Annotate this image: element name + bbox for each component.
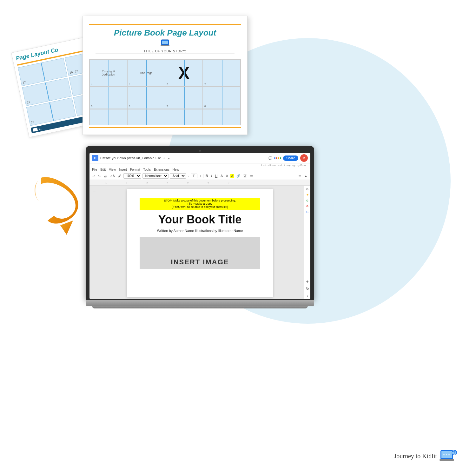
italic-button[interactable]: I xyxy=(210,174,213,178)
text-color-button[interactable]: A xyxy=(225,174,229,178)
menu-tools[interactable]: Tools xyxy=(143,168,151,171)
gdoc-filename: Create your own press kit_Editable File xyxy=(100,156,161,160)
font-size-plus[interactable]: + xyxy=(199,174,202,178)
grid-cell-6: 6 xyxy=(127,87,165,109)
gdoc-titlebar: D Create your own press kit_Editable Fil… xyxy=(89,153,310,163)
bold-button[interactable]: B xyxy=(205,174,209,178)
doc-main-bottom-bar xyxy=(89,127,241,128)
laptop-foot xyxy=(92,306,308,308)
pen-button[interactable]: ✏ xyxy=(298,174,302,178)
cell-2-num: 2 xyxy=(129,82,130,85)
doc-main-title: Picture Book Page Layout xyxy=(89,28,241,38)
cell-6-num: 6 xyxy=(129,105,130,108)
underline-button[interactable]: U xyxy=(214,174,218,178)
svg-point-9 xyxy=(454,452,457,454)
user-avatar[interactable]: B xyxy=(300,154,308,162)
laptop-screen: D Create your own press kit_Editable Fil… xyxy=(89,153,310,299)
grid-cell-4: 4 xyxy=(203,59,241,86)
grid-cell-10 xyxy=(127,109,165,125)
font-size-display: 11 xyxy=(191,174,197,178)
sidebar-icon-4[interactable]: G xyxy=(306,205,308,208)
menu-edit[interactable]: Edit xyxy=(100,168,106,171)
last-edit-info: Last edit was made 4 days ago by Broo... xyxy=(89,163,310,167)
doc-main-top-bar xyxy=(89,24,241,25)
toolbar-divider-1 xyxy=(203,174,203,178)
sidebar-down-icon[interactable]: ↓ xyxy=(307,294,308,298)
star-icon[interactable]: ☆ xyxy=(163,156,166,160)
grid-cell-5: 5 xyxy=(89,87,127,109)
grid-cell-2: Title Page 2 xyxy=(127,59,165,86)
book-subtitle: Written by Author Name Illustrations by … xyxy=(140,229,260,233)
comment-icon[interactable]: 💬 xyxy=(268,156,272,160)
image-placeholder: INSERT IMAGE xyxy=(140,237,260,269)
link-button[interactable]: 🔗 xyxy=(235,174,241,178)
gdoc-page-area: ☰ STOP! Make a copy of this document bef… xyxy=(89,186,310,299)
highlight-button[interactable]: A xyxy=(230,174,235,178)
grid-cell-11 xyxy=(165,109,203,125)
style-select[interactable]: Normal text xyxy=(142,173,169,179)
sidebar-plus-icon[interactable]: + xyxy=(306,279,308,284)
share-button[interactable]: Share xyxy=(283,155,298,161)
laptop-base xyxy=(86,300,314,306)
sidebar-icon-5[interactable]: G xyxy=(306,210,308,214)
grid-cell-1: Copyright/Dedication 1 xyxy=(89,59,127,86)
menu-help[interactable]: Help xyxy=(173,168,179,171)
cell-1-num: 1 xyxy=(91,82,92,85)
font-size-minus[interactable]: - xyxy=(187,174,189,178)
svg-point-12 xyxy=(448,454,450,455)
cell-4-num: 4 xyxy=(204,82,206,85)
menu-view[interactable]: View xyxy=(109,168,116,171)
strikethrough-button[interactable]: A xyxy=(220,174,224,178)
gdoc-document-page: STOP! Make a copy of this document befor… xyxy=(127,189,273,297)
brand-name: Journey to Kidlit xyxy=(394,453,437,460)
sidebar-refresh-icon[interactable]: ↻ xyxy=(306,287,309,291)
brand-logo-icon xyxy=(440,449,457,463)
laptop-bezel: D Create your own press kit_Editable Fil… xyxy=(86,146,314,300)
laptop-camera xyxy=(199,150,201,152)
book-title: Your Book Title xyxy=(140,213,260,226)
insert-image-text: INSERT IMAGE xyxy=(171,258,229,266)
more-button[interactable]: ••• xyxy=(249,174,254,178)
doc-main-subtitle-line xyxy=(96,54,235,54)
gdoc-icons-group: 💬 Share B xyxy=(268,154,308,162)
grid-cell-12 xyxy=(203,109,241,125)
svg-rect-2 xyxy=(161,45,169,46)
warning-line-2: File > Make a Copy xyxy=(142,202,258,205)
chevron-up-button[interactable]: ▲ xyxy=(303,174,308,178)
arrow-decoration xyxy=(32,171,111,241)
laptop: D Create your own press kit_Editable Fil… xyxy=(86,146,314,308)
menu-extensions[interactable]: Extensions xyxy=(154,168,169,171)
image-button[interactable]: 🖼 xyxy=(242,174,248,178)
svg-point-11 xyxy=(446,454,447,455)
warning-line-3: (If not, we'll all be able to edit your … xyxy=(142,205,258,208)
svg-rect-1 xyxy=(162,41,168,44)
font-select[interactable]: Arial xyxy=(170,173,186,179)
sidebar-icon-3[interactable]: G xyxy=(306,199,308,202)
svg-point-10 xyxy=(443,454,445,455)
zoom-select[interactable]: 100% xyxy=(123,173,141,179)
grid-cell-7: 7 xyxy=(165,87,203,109)
ruler: 1234567 xyxy=(89,180,310,186)
gdoc-sidebar-right: G ★ G G G + ↻ ↓ xyxy=(304,186,310,299)
grid-cell-8: 8 xyxy=(203,87,241,109)
doc-main-logo xyxy=(89,39,241,48)
cell-8-num: 8 xyxy=(204,105,206,108)
sidebar-icon-1[interactable]: G xyxy=(306,188,308,191)
cell-3-num: 3 xyxy=(167,82,168,85)
picture-book-layout-document: Picture Book Page Layout Title of Your S… xyxy=(83,16,248,135)
paint-format-button[interactable]: 🖌 xyxy=(117,174,122,178)
svg-marker-3 xyxy=(60,221,73,235)
gdoc-menubar: File Edit View Insert Format Tools Exten… xyxy=(89,167,310,172)
ruler-marks: 1234567 xyxy=(105,181,229,184)
grid-cell-3: X 3 xyxy=(165,59,203,86)
brand-logo: Journey to Kidlit xyxy=(394,449,457,463)
menu-file[interactable]: File xyxy=(92,168,97,171)
grid-cell-9 xyxy=(89,109,127,125)
menu-format[interactable]: Format xyxy=(130,168,140,171)
cloud-icon: ☁ xyxy=(167,156,170,160)
sidebar-icon-2[interactable]: ★ xyxy=(306,193,309,196)
gdoc-toolbar: ↩ ↪ 🖨 ✓A 🖌 100% Normal text Arial - 11 + xyxy=(89,172,310,180)
google-apps-icon[interactable] xyxy=(274,157,281,159)
doc-main-subtitle-label: Title of Your Story: xyxy=(89,50,241,53)
menu-insert[interactable]: Insert xyxy=(119,168,127,171)
